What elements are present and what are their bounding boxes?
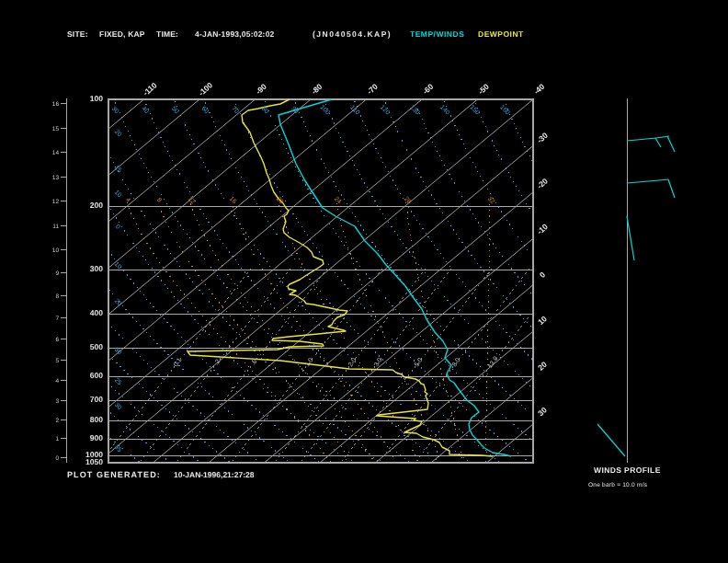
svg-text:SITE:: SITE: bbox=[67, 29, 88, 39]
svg-text:One barb = 10.0 m/s: One barb = 10.0 m/s bbox=[588, 482, 648, 488]
svg-text:700: 700 bbox=[90, 395, 103, 404]
svg-text:TIME:: TIME: bbox=[156, 29, 178, 39]
svg-text:2: 2 bbox=[55, 418, 59, 424]
svg-text:600: 600 bbox=[90, 371, 103, 380]
svg-text:14: 14 bbox=[52, 150, 60, 156]
svg-text:100: 100 bbox=[90, 94, 103, 103]
svg-text:400: 400 bbox=[90, 308, 103, 317]
svg-text:3: 3 bbox=[55, 398, 59, 405]
svg-text:1: 1 bbox=[55, 436, 59, 442]
svg-text:1050: 1050 bbox=[85, 457, 103, 466]
svg-text:WINDS PROFILE: WINDS PROFILE bbox=[594, 465, 661, 475]
svg-text:9: 9 bbox=[55, 270, 59, 277]
svg-text:4: 4 bbox=[55, 378, 59, 385]
svg-text:800: 800 bbox=[90, 415, 103, 424]
svg-text:PLOT GENERATED:: PLOT GENERATED: bbox=[67, 470, 161, 479]
svg-text:(JN040504.KAP): (JN040504.KAP) bbox=[313, 29, 392, 39]
svg-text:200: 200 bbox=[90, 201, 103, 210]
svg-text:15: 15 bbox=[52, 126, 60, 132]
svg-text:300: 300 bbox=[90, 264, 103, 273]
svg-text:4-JAN-1993,05:02:02: 4-JAN-1993,05:02:02 bbox=[195, 29, 275, 39]
svg-text:FIXED, KAP: FIXED, KAP bbox=[99, 29, 145, 39]
svg-text:10-JAN-1996,21:27:28: 10-JAN-1996,21:27:28 bbox=[174, 470, 255, 479]
svg-text:0: 0 bbox=[55, 455, 59, 462]
svg-text:500: 500 bbox=[90, 342, 103, 351]
svg-text:12: 12 bbox=[52, 199, 60, 205]
svg-text:10: 10 bbox=[52, 247, 60, 254]
svg-text:16: 16 bbox=[52, 101, 60, 108]
svg-text:13: 13 bbox=[52, 175, 60, 181]
svg-text:11: 11 bbox=[52, 224, 59, 230]
svg-text:6: 6 bbox=[55, 337, 59, 343]
svg-text:DEWPOINT: DEWPOINT bbox=[478, 29, 524, 39]
svg-text:5: 5 bbox=[55, 358, 59, 364]
svg-text:TEMP/WINDS: TEMP/WINDS bbox=[410, 29, 464, 39]
svg-text:900: 900 bbox=[90, 433, 103, 442]
svg-text:8: 8 bbox=[55, 293, 59, 300]
svg-text:7: 7 bbox=[55, 316, 59, 322]
